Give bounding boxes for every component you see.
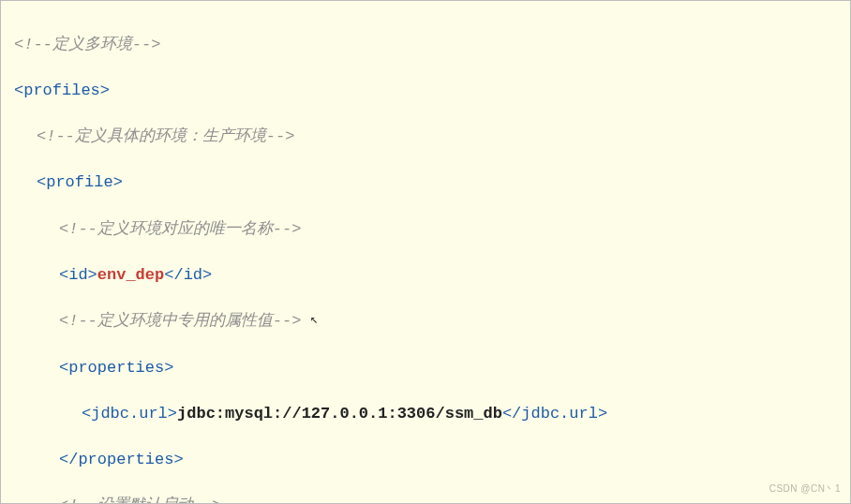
id-value-dep: env_dep	[97, 266, 164, 284]
code-block: <!--定义多环境--> <profiles> <!--定义具体的环境：生产环境…	[0, 0, 851, 504]
id-close-tag: id	[184, 266, 202, 284]
watermark-text: CSDN @CN丶1	[769, 482, 841, 497]
jdbc-url-open-tag: jdbc.url	[91, 405, 168, 422]
xml-comment: <!--设置默认启动-->	[59, 497, 221, 504]
xml-comment: <!--定义多环境-->	[14, 36, 160, 53]
jdbc-url-value: jdbc:mysql://127.0.0.1:3306/ssm_db	[177, 405, 502, 422]
properties-open-tag: properties	[68, 359, 164, 377]
jdbc-url-close-tag: jdbc.url	[521, 405, 598, 422]
profiles-open-tag: profiles	[23, 82, 100, 99]
id-open-tag: id	[68, 266, 87, 284]
xml-comment: <!--定义环境中专用的属性值-->	[59, 312, 301, 330]
profile-open-tag: profile	[46, 173, 112, 191]
properties-close-tag: properties	[78, 451, 173, 468]
mouse-cursor-icon: ↖	[310, 310, 318, 329]
xml-comment: <!--定义环境对应的唯一名称-->	[59, 220, 301, 238]
xml-comment: <!--定义具体的环境：生产环境-->	[37, 127, 294, 145]
